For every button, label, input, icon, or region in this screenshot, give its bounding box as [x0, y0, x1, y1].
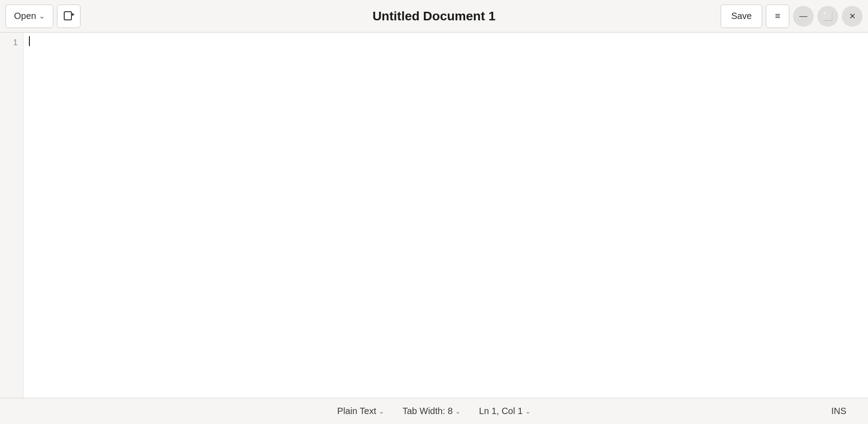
tabwidth-chevron-icon: ⌄ — [455, 408, 461, 415]
position-indicator[interactable]: Ln 1, Col 1 ⌄ — [470, 398, 540, 424]
tabwidth-label: Tab Width: 8 — [402, 406, 453, 416]
open-button[interactable]: Open ⌄ — [5, 5, 53, 28]
minimize-icon: — — [799, 11, 807, 21]
save-label: Save — [731, 11, 752, 21]
line-numbers: 1 — [0, 33, 24, 398]
editor-cursor-line — [29, 36, 863, 46]
new-tab-button[interactable] — [57, 5, 80, 28]
open-chevron-icon: ⌄ — [39, 12, 45, 20]
minimize-button[interactable]: — — [793, 6, 814, 27]
language-chevron-icon: ⌄ — [379, 408, 384, 415]
statusbar-wrapper: Plain Text ⌄ Tab Width: 8 ⌄ Ln 1, Col 1 … — [11, 398, 857, 424]
titlebar-left: Open ⌄ — [5, 5, 80, 28]
position-chevron-icon: ⌄ — [525, 408, 531, 415]
line-number-1: 1 — [13, 36, 18, 49]
restore-icon: ⬜ — [823, 11, 833, 21]
text-cursor — [29, 36, 30, 46]
restore-button[interactable]: ⬜ — [817, 6, 838, 27]
open-label: Open — [14, 11, 36, 21]
statusbar: Plain Text ⌄ Tab Width: 8 ⌄ Ln 1, Col 1 … — [0, 398, 868, 424]
editor-container: 1 — [0, 33, 868, 398]
language-label: Plain Text — [337, 406, 376, 416]
tab-width-selector[interactable]: Tab Width: 8 ⌄ — [393, 398, 470, 424]
menu-button[interactable]: ≡ — [766, 5, 789, 28]
close-button[interactable]: ✕ — [842, 6, 863, 27]
editor-area[interactable] — [24, 33, 868, 398]
hamburger-icon: ≡ — [775, 11, 780, 21]
statusbar-inner: Plain Text ⌄ Tab Width: 8 ⌄ Ln 1, Col 1 … — [328, 398, 540, 424]
ins-indicator: INS — [831, 406, 846, 416]
language-selector[interactable]: Plain Text ⌄ — [328, 398, 393, 424]
titlebar-right: Save ≡ — ⬜ ✕ — [721, 5, 863, 28]
svg-rect-0 — [64, 12, 71, 20]
titlebar-center: Untitled Document 1 — [373, 9, 495, 24]
new-tab-icon — [62, 10, 75, 23]
position-label: Ln 1, Col 1 — [479, 406, 523, 416]
save-button[interactable]: Save — [721, 5, 762, 28]
document-title: Untitled Document 1 — [373, 9, 495, 23]
close-icon: ✕ — [849, 11, 856, 21]
titlebar: Open ⌄ Untitled Document 1 Save ≡ — ⬜ ✕ — [0, 0, 868, 33]
